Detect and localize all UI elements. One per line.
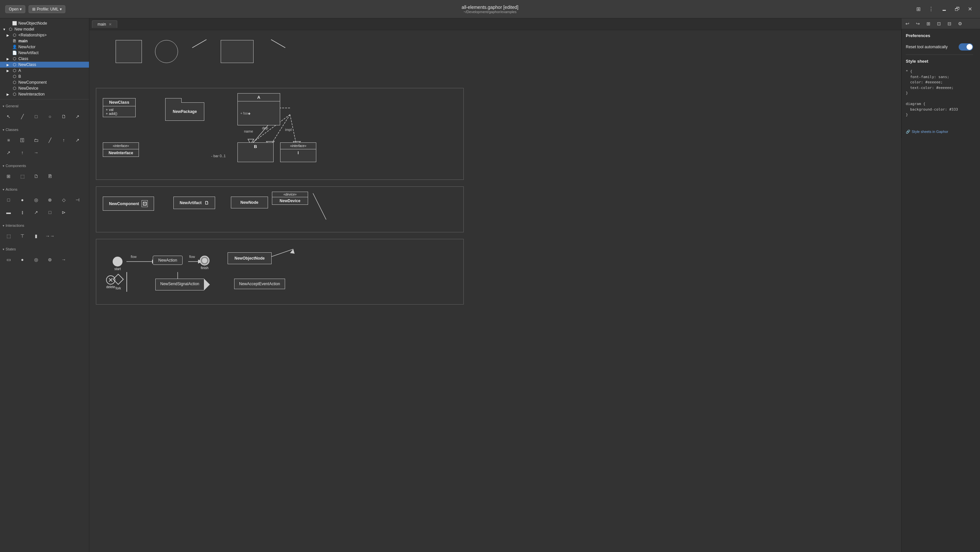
signal-send-tool[interactable]: ⊳ [58,206,70,218]
join-tool[interactable]: ⫿ [16,206,28,218]
uml-component-box[interactable]: NewComponent ⊡ [103,197,154,211]
sidebar-item-relationships[interactable]: ▶ ⬡ <Relationships> [0,32,89,38]
item-label: New model [14,27,34,32]
extend-tool[interactable]: ↑ [16,147,28,159]
exec-spec-tool[interactable]: ▮ [30,230,42,242]
tab-close-icon[interactable]: ✕ [109,22,112,27]
artifact-tool[interactable]: 🗋 [30,170,42,182]
general-header[interactable]: General [0,103,89,109]
device-tool[interactable]: 🖹 [44,170,56,182]
state-final-tool[interactable]: ◎ [30,254,42,265]
tab-main[interactable]: main ✕ [92,21,117,28]
style-sheets-link[interactable]: 🔗 Style sheets in Gaphor [906,127,973,134]
start-label: start [113,267,123,271]
components-header[interactable]: Components [0,162,89,169]
assoc-tool[interactable]: ╱ [44,134,56,146]
line-tool[interactable]: ╱ [16,111,28,122]
open-button[interactable]: Open ▾ [5,5,25,13]
uml-class-b[interactable]: B [237,143,274,162]
zoom-in-button[interactable]: ⊡ [934,20,943,28]
actions-header[interactable]: Actions [0,186,89,193]
interactions-header[interactable]: Interactions [0,222,89,229]
settings-button[interactable]: ⚙ [955,20,965,28]
connect-tool[interactable]: ↗ [72,111,83,122]
preferences-title: Preferences [906,33,973,38]
state-initial-tool[interactable]: ● [16,254,28,265]
diagram-svg-actions [96,239,463,304]
ellipse-tool[interactable]: ○ [44,111,56,122]
accept-event-area[interactable]: NewAcceptEventAction [234,279,285,289]
obj-node-tool[interactable]: □ [44,206,56,218]
page-tool[interactable]: 🗋 [58,111,70,122]
reset-tool-toggle[interactable] [959,43,973,51]
comp-tool[interactable]: ⊞ [3,170,14,182]
action-new-action[interactable]: NewAction [153,255,183,265]
sidebar-item-new-component[interactable]: ⬡ NewComponent [0,79,89,85]
style-code-block[interactable]: * { font-family: sans; color: #eeeeee; t… [906,69,973,118]
menu-button[interactable]: ⋮ [926,5,936,13]
node-tool[interactable]: ⬚ [16,170,28,182]
close-button[interactable]: ✕ [965,5,975,13]
profile-button[interactable]: ⊞ Profile: UML ▾ [29,5,65,13]
generalize-tool[interactable]: ↗ [72,134,83,146]
minimize-button[interactable]: 🗕 [939,5,950,13]
states-header[interactable]: States [0,246,89,252]
include-tool[interactable]: → [30,147,42,159]
uml-device-box[interactable]: «device» NewDevice [272,192,308,205]
layout-button[interactable]: ⊞ [914,5,923,13]
decision-tool[interactable]: ◇ [58,194,70,206]
uml-artifact-box[interactable]: NewArtifact 🗋 [173,197,215,209]
state-tool[interactable]: ▭ [3,254,14,265]
sidebar: ⬜ NewObjectNode ▼ ⬡ New model ▶ ⬡ <Relat… [0,18,89,552]
transition-tool[interactable]: → [58,254,70,265]
send-signal-area[interactable]: NewSendSignalAction [155,279,210,290]
uml-interface-i[interactable]: «interface» I [280,143,316,162]
sidebar-item-main[interactable]: 🖹 main [0,38,89,44]
attribute-tool[interactable]: ⚿ [16,134,28,146]
realization-tool[interactable]: ↑ [58,134,70,146]
initial-node-tool[interactable]: ● [16,194,28,206]
sidebar-item-new-device[interactable]: ⬡ NewDevice [0,85,89,91]
msg-tool[interactable]: →→ [44,230,56,242]
sidebar-item-new-model[interactable]: ▼ ⬡ New model [0,26,89,32]
flow-final-tool[interactable]: ◎ [30,194,42,206]
uml-node-box[interactable]: NewNode [231,197,268,208]
sidebar-item-new-class[interactable]: ▶ ⬡ NewClass [0,62,89,68]
flow-tool[interactable]: ↗ [30,206,42,218]
classes-header[interactable]: Classes [0,126,89,133]
zoom-out-button[interactable]: ⊟ [945,20,954,28]
rect-tool[interactable]: □ [30,111,42,122]
pointer-tool[interactable]: ↖ [3,111,14,122]
lifeline-tool[interactable]: ⊤ [16,230,28,242]
item-label: NewClass [18,62,36,67]
sidebar-item-new-artifact[interactable]: 📄 NewArtifact [0,50,89,56]
undo-button[interactable]: ↩ [903,20,912,28]
canvas[interactable]: NewClass + val + add() NewPackage [89,30,901,552]
sidebar-item-new-object-node[interactable]: ⬜ NewObjectNode [0,21,89,26]
object-node-box[interactable]: NewObjectNode [228,252,272,264]
activity-final-tool[interactable]: ⊗ [44,194,56,206]
package-tool[interactable]: 🗀 [30,134,42,146]
action-tool[interactable]: □ [3,194,14,206]
fork-bar [126,272,127,292]
right-panel-wrapper: ↩ ↪ ⊞ ⊡ ⊟ ⚙ Preferences Reset tool autom… [901,18,980,552]
swimlane-tool[interactable]: ⊣ [72,194,83,206]
sidebar-item-new-actor[interactable]: 👤 NewActor [0,44,89,50]
frame-tool[interactable]: ⬚ [3,230,14,242]
redo-button[interactable]: ↪ [913,20,923,28]
zoom-fit-button[interactable]: ⊞ [924,20,933,28]
history-tool[interactable]: ⊚ [44,254,56,265]
class-tool[interactable]: ≡ [3,134,14,146]
sidebar-item-class[interactable]: ▶ ⬡ Class [0,56,89,62]
uml-interface-new[interactable]: «interface» NewInterface [103,143,139,157]
dependency-tool[interactable]: ↗ [3,147,14,159]
maximize-button[interactable]: 🗗 [952,5,963,13]
sidebar-item-a[interactable]: ▶ ⬡ A [0,68,89,73]
fork-tool[interactable]: ▬ [3,206,14,218]
sidebar-item-new-interaction[interactable]: ▶ ⬡ NewInteraction [0,91,89,97]
item-icon: ⬡ [12,56,17,61]
uml-class-a[interactable]: A + foo◆ [237,93,280,125]
sidebar-item-b[interactable]: ⬡ B [0,73,89,79]
uml-package[interactable]: NewPackage [165,98,204,121]
uml-class-new-class[interactable]: NewClass + val + add() [103,98,136,117]
